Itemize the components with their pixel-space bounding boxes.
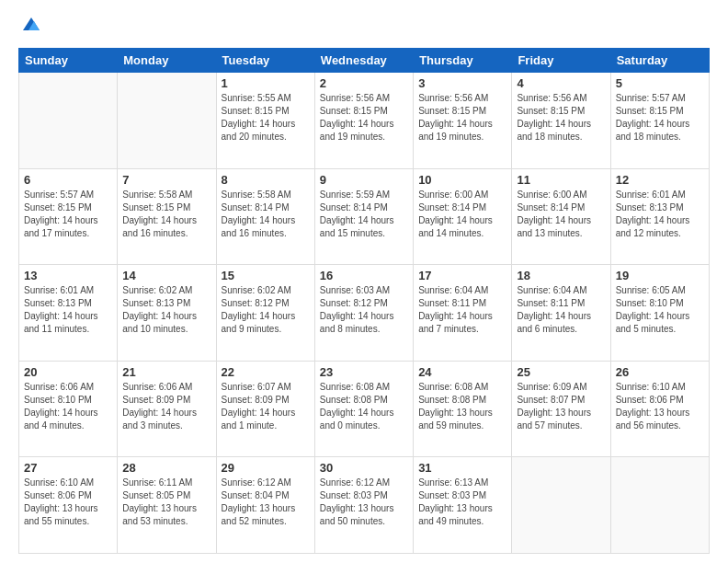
day-info: Sunrise: 6:00 AM Sunset: 8:14 PM Dayligh… [517, 189, 605, 240]
table-row: 19Sunrise: 6:05 AM Sunset: 8:10 PM Dayli… [610, 265, 709, 362]
day-number: 26 [616, 365, 704, 379]
table-row: 16Sunrise: 6:03 AM Sunset: 8:12 PM Dayli… [314, 265, 413, 362]
table-row: 25Sunrise: 6:09 AM Sunset: 8:07 PM Dayli… [512, 361, 610, 457]
day-info: Sunrise: 6:03 AM Sunset: 8:12 PM Dayligh… [320, 284, 408, 336]
day-info: Sunrise: 6:01 AM Sunset: 8:13 PM Dayligh… [616, 189, 704, 240]
day-number: 14 [122, 269, 210, 282]
calendar-day-header: Monday [118, 49, 216, 73]
table-row: 5Sunrise: 5:57 AM Sunset: 8:15 PM Daylig… [610, 73, 709, 169]
day-info: Sunrise: 5:58 AM Sunset: 8:15 PM Dayligh… [122, 189, 210, 240]
logo-text [18, 14, 41, 39]
day-number: 10 [418, 173, 506, 187]
calendar-week-row: 27Sunrise: 6:10 AM Sunset: 8:06 PM Dayli… [19, 457, 710, 554]
day-info: Sunrise: 6:12 AM Sunset: 8:03 PM Dayligh… [320, 477, 408, 528]
day-number: 3 [418, 76, 506, 90]
day-info: Sunrise: 6:04 AM Sunset: 8:11 PM Dayligh… [517, 284, 605, 336]
table-row: 3Sunrise: 5:56 AM Sunset: 8:15 PM Daylig… [414, 73, 512, 169]
day-number: 22 [222, 365, 310, 379]
day-info: Sunrise: 6:10 AM Sunset: 8:06 PM Dayligh… [616, 381, 704, 432]
day-number: 31 [418, 461, 506, 475]
calendar-day-header: Sunday [19, 49, 118, 73]
day-number: 20 [24, 365, 112, 379]
day-info: Sunrise: 5:57 AM Sunset: 8:15 PM Dayligh… [616, 92, 704, 144]
table-row: 28Sunrise: 6:11 AM Sunset: 8:05 PM Dayli… [118, 457, 216, 554]
table-row: 14Sunrise: 6:02 AM Sunset: 8:13 PM Dayli… [118, 265, 216, 362]
table-row: 8Sunrise: 5:58 AM Sunset: 8:14 PM Daylig… [216, 168, 314, 265]
day-info: Sunrise: 6:13 AM Sunset: 8:03 PM Dayligh… [418, 477, 506, 528]
day-info: Sunrise: 5:56 AM Sunset: 8:15 PM Dayligh… [517, 92, 605, 144]
table-row: 20Sunrise: 6:06 AM Sunset: 8:10 PM Dayli… [19, 361, 118, 457]
table-row: 30Sunrise: 6:12 AM Sunset: 8:03 PM Dayli… [314, 457, 413, 554]
day-info: Sunrise: 5:58 AM Sunset: 8:14 PM Dayligh… [222, 189, 310, 240]
table-row: 29Sunrise: 6:12 AM Sunset: 8:04 PM Dayli… [216, 457, 314, 554]
day-number: 5 [616, 76, 704, 90]
day-number: 19 [616, 269, 704, 282]
day-info: Sunrise: 6:08 AM Sunset: 8:08 PM Dayligh… [320, 381, 408, 432]
table-row: 1Sunrise: 5:55 AM Sunset: 8:15 PM Daylig… [216, 73, 314, 169]
header [18, 14, 710, 39]
calendar-header-row: SundayMondayTuesdayWednesdayThursdayFrid… [19, 49, 710, 73]
day-number: 11 [517, 173, 605, 187]
day-number: 17 [418, 269, 506, 282]
day-number: 9 [320, 173, 408, 187]
table-row: 9Sunrise: 5:59 AM Sunset: 8:14 PM Daylig… [314, 168, 413, 265]
day-number: 24 [418, 365, 506, 379]
table-row: 11Sunrise: 6:00 AM Sunset: 8:14 PM Dayli… [512, 168, 610, 265]
day-info: Sunrise: 6:02 AM Sunset: 8:13 PM Dayligh… [122, 284, 210, 336]
table-row [19, 73, 118, 169]
day-number: 25 [517, 365, 605, 379]
day-number: 30 [320, 461, 408, 475]
table-row [118, 73, 216, 169]
day-number: 4 [517, 76, 605, 90]
day-number: 12 [616, 173, 704, 187]
calendar-day-header: Wednesday [314, 49, 413, 73]
day-info: Sunrise: 6:05 AM Sunset: 8:10 PM Dayligh… [616, 284, 704, 336]
table-row: 24Sunrise: 6:08 AM Sunset: 8:08 PM Dayli… [414, 361, 512, 457]
day-number: 23 [320, 365, 408, 379]
table-row: 17Sunrise: 6:04 AM Sunset: 8:11 PM Dayli… [414, 265, 512, 362]
day-number: 18 [517, 269, 605, 282]
day-number: 28 [122, 461, 210, 475]
day-info: Sunrise: 6:07 AM Sunset: 8:09 PM Dayligh… [222, 381, 310, 432]
table-row [610, 457, 709, 554]
day-info: Sunrise: 5:57 AM Sunset: 8:15 PM Dayligh… [24, 189, 112, 240]
day-info: Sunrise: 6:00 AM Sunset: 8:14 PM Dayligh… [418, 189, 506, 240]
calendar-day-header: Thursday [414, 49, 512, 73]
day-number: 13 [24, 269, 112, 282]
table-row: 21Sunrise: 6:06 AM Sunset: 8:09 PM Dayli… [118, 361, 216, 457]
day-info: Sunrise: 6:06 AM Sunset: 8:10 PM Dayligh… [24, 381, 112, 432]
day-number: 15 [222, 269, 310, 282]
day-info: Sunrise: 6:01 AM Sunset: 8:13 PM Dayligh… [24, 284, 112, 336]
table-row: 6Sunrise: 5:57 AM Sunset: 8:15 PM Daylig… [19, 168, 118, 265]
day-info: Sunrise: 5:59 AM Sunset: 8:14 PM Dayligh… [320, 189, 408, 240]
calendar-day-header: Friday [512, 49, 610, 73]
table-row: 23Sunrise: 6:08 AM Sunset: 8:08 PM Dayli… [314, 361, 413, 457]
calendar-day-header: Tuesday [216, 49, 314, 73]
page: SundayMondayTuesdayWednesdayThursdayFrid… [0, 0, 728, 563]
day-number: 2 [320, 76, 408, 90]
table-row: 18Sunrise: 6:04 AM Sunset: 8:11 PM Dayli… [512, 265, 610, 362]
table-row: 12Sunrise: 6:01 AM Sunset: 8:13 PM Dayli… [610, 168, 709, 265]
day-info: Sunrise: 5:56 AM Sunset: 8:15 PM Dayligh… [418, 92, 506, 144]
day-number: 16 [320, 269, 408, 282]
table-row: 2Sunrise: 5:56 AM Sunset: 8:15 PM Daylig… [314, 73, 413, 169]
day-info: Sunrise: 6:10 AM Sunset: 8:06 PM Dayligh… [24, 477, 112, 528]
table-row [512, 457, 610, 554]
logo [18, 14, 41, 39]
calendar-day-header: Saturday [610, 49, 709, 73]
day-info: Sunrise: 6:06 AM Sunset: 8:09 PM Dayligh… [122, 381, 210, 432]
day-info: Sunrise: 6:08 AM Sunset: 8:08 PM Dayligh… [418, 381, 506, 432]
day-number: 6 [24, 173, 112, 187]
day-info: Sunrise: 6:04 AM Sunset: 8:11 PM Dayligh… [418, 284, 506, 336]
day-number: 7 [122, 173, 210, 187]
day-number: 8 [222, 173, 310, 187]
table-row: 31Sunrise: 6:13 AM Sunset: 8:03 PM Dayli… [414, 457, 512, 554]
calendar-week-row: 20Sunrise: 6:06 AM Sunset: 8:10 PM Dayli… [19, 361, 710, 457]
day-info: Sunrise: 5:56 AM Sunset: 8:15 PM Dayligh… [320, 92, 408, 144]
day-info: Sunrise: 6:02 AM Sunset: 8:12 PM Dayligh… [222, 284, 310, 336]
logo-icon [21, 14, 41, 34]
table-row: 15Sunrise: 6:02 AM Sunset: 8:12 PM Dayli… [216, 265, 314, 362]
day-info: Sunrise: 6:12 AM Sunset: 8:04 PM Dayligh… [222, 477, 310, 528]
day-number: 27 [24, 461, 112, 475]
day-info: Sunrise: 6:11 AM Sunset: 8:05 PM Dayligh… [122, 477, 210, 528]
